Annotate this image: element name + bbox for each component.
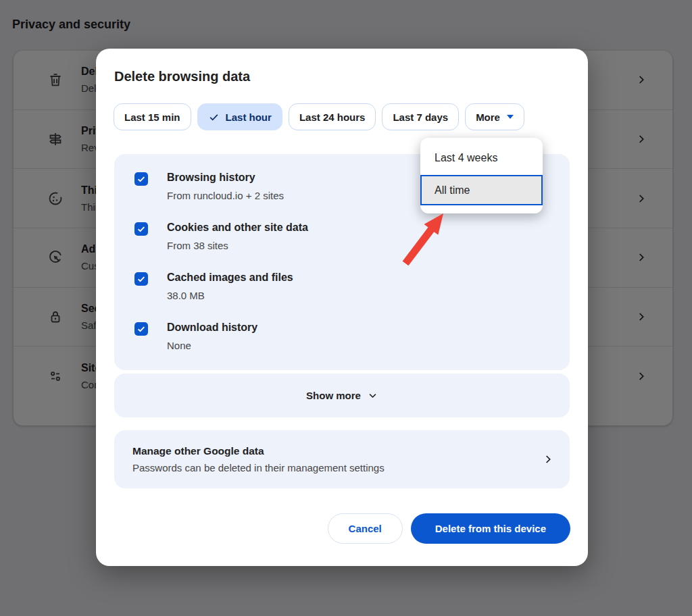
chip-last-24-hours[interactable]: Last 24 hours [289,103,376,130]
chip-more-dropdown[interactable]: More [465,103,524,130]
check-icon [208,111,220,123]
checkbox-row-download-history[interactable]: Download history None [134,320,570,370]
chip-label: More [476,111,500,123]
checkbox-checked-icon[interactable] [134,222,148,236]
menu-item-all-time[interactable]: All time [420,175,543,205]
checkbox-detail: 38.0 MB [167,288,293,303]
checkbox-detail: None [167,338,257,353]
dialog-actions: Cancel Delete from this device [328,513,570,544]
manage-subtitle: Passwords can be deleted in their manage… [132,462,385,473]
delete-browsing-data-dialog: Delete browsing data Last 15 min Last ho… [96,49,588,566]
caret-down-icon [507,115,514,119]
checkbox-detail: From 38 sites [167,238,308,253]
checkbox-label: Browsing history [167,170,284,185]
checkbox-checked-icon[interactable] [134,322,148,336]
manage-title: Manage other Google data [132,445,385,457]
cancel-button[interactable]: Cancel [328,513,403,544]
chevron-down-icon [368,390,378,401]
chip-label: Last 15 min [124,111,180,123]
menu-item-last-4-weeks[interactable]: Last 4 weeks [420,140,543,175]
show-more-label: Show more [306,390,361,401]
show-more-button[interactable]: Show more [114,374,570,417]
chevron-right-icon [543,454,553,465]
checkbox-label: Cached images and files [167,270,293,285]
dialog-title: Delete browsing data [114,69,250,84]
checkbox-checked-icon[interactable] [134,272,148,286]
checkbox-row-cookies[interactable]: Cookies and other site data From 38 site… [134,220,570,270]
manage-other-google-data-row[interactable]: Manage other Google data Passwords can b… [114,430,570,488]
checkbox-detail: From runcloud.io + 2 sites [167,188,284,203]
chip-label: Last 7 days [393,111,448,123]
chip-last-7-days[interactable]: Last 7 days [382,103,459,130]
checkbox-label: Download history [167,320,257,335]
checkbox-row-cached-images[interactable]: Cached images and files 38.0 MB [134,270,570,320]
checkbox-checked-icon[interactable] [134,172,148,186]
checkbox-label: Cookies and other site data [167,220,308,235]
chip-last-hour[interactable]: Last hour [197,103,282,130]
chip-last-15-min[interactable]: Last 15 min [114,103,191,130]
more-time-ranges-menu: Last 4 weeks All time [420,138,543,213]
chip-label: Last 24 hours [299,111,366,123]
delete-from-device-button[interactable]: Delete from this device [411,513,570,544]
chip-label: Last hour [226,111,272,123]
time-range-chips: Last 15 min Last hour Last 24 hours Last… [114,103,524,130]
